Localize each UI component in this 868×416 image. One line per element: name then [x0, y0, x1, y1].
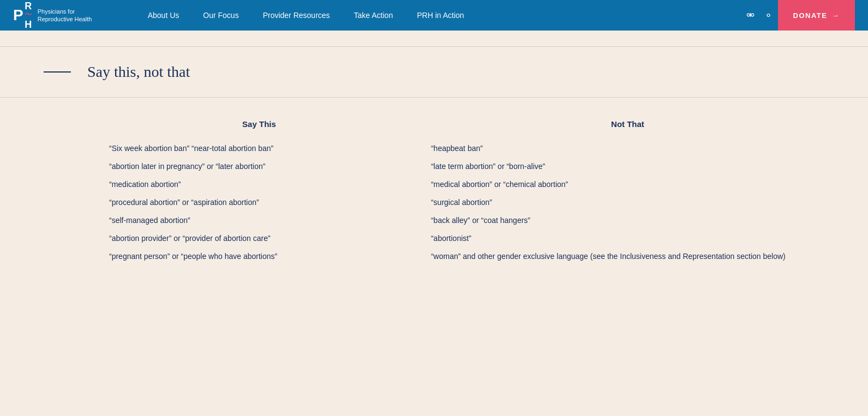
logo-squiggle: 〜 — [25, 10, 32, 20]
not-that-cell: “back alley” or “coat hangers” — [431, 212, 824, 230]
logo-mark: P R 〜 H — [13, 1, 32, 29]
table-row: “pregnant person” or “people who have ab… — [109, 248, 824, 266]
say-this-cell: “abortion provider” or “provider of abor… — [109, 230, 431, 248]
col-header-not: Not That — [431, 119, 824, 140]
terminology-table: Say This Not That “Six week abortion ban… — [109, 119, 824, 266]
table-row: “medication abortion”“medical abortion” … — [109, 176, 824, 194]
not-that-cell: “woman” and other gender exclusive langu… — [431, 248, 824, 266]
logo-h-letter: H — [25, 20, 32, 29]
site-header: P R 〜 H Physicians for Reproductive Heal… — [0, 0, 868, 31]
section-header: Say this, not that — [0, 47, 868, 98]
nav-take-action[interactable]: Take Action — [342, 0, 405, 31]
say-this-cell: “medication abortion” — [109, 176, 431, 194]
say-this-cell: “self-managed abortion” — [109, 212, 431, 230]
say-this-cell: “abortion later in pregnancy” or “later … — [109, 158, 431, 176]
nav-prh-in-action[interactable]: PRH in Action — [405, 0, 476, 31]
donate-label: DONATE — [793, 11, 828, 20]
nav-provider-resources[interactable]: Provider Resources — [251, 0, 342, 31]
logo-rh-letters: R 〜 H — [25, 1, 32, 29]
logo-p-letter: P — [13, 7, 23, 24]
search-icon[interactable]: ⚮ — [746, 9, 755, 21]
not-that-cell: “surgical abortion” — [431, 194, 824, 212]
table-row: “abortion later in pregnancy” or “later … — [109, 158, 824, 176]
not-that-cell: “heapbeat ban” — [431, 140, 824, 158]
top-spacer — [0, 31, 868, 47]
header-icons: ⚮ ⚬ — [746, 9, 773, 21]
logo[interactable]: P R 〜 H Physicians for Reproductive Heal… — [13, 1, 103, 29]
table-row: “abortion provider” or “provider of abor… — [109, 230, 824, 248]
say-this-cell: “Six week abortion ban” “near-total abor… — [109, 140, 431, 158]
not-that-cell: “abortionist” — [431, 230, 824, 248]
say-this-cell: “pregnant person” or “people who have ab… — [109, 248, 431, 266]
say-this-cell: “procedural abortion” or “aspiration abo… — [109, 194, 431, 212]
donate-button[interactable]: DONATE → — [778, 0, 855, 31]
say-this-not-that-section: Say This Not That “Six week abortion ban… — [0, 98, 868, 287]
dash-line — [44, 71, 71, 73]
logo-text: Physicians for Reproductive Health — [38, 8, 103, 23]
nav-about-us[interactable]: About Us — [136, 0, 191, 31]
user-icon[interactable]: ⚬ — [764, 9, 773, 21]
content-area: Say this, not that Say This Not That “Si… — [0, 31, 868, 320]
not-that-cell: “medical abortion” or “chemical abortion… — [431, 176, 824, 194]
nav-our-focus[interactable]: Our Focus — [191, 0, 250, 31]
table-row: “Six week abortion ban” “near-total abor… — [109, 140, 824, 158]
donate-arrow-icon: → — [832, 11, 840, 20]
main-nav: About Us Our Focus Provider Resources Ta… — [136, 0, 746, 31]
table-row: “procedural abortion” or “aspiration abo… — [109, 194, 824, 212]
not-that-cell: “late term abortion” or “born-alive” — [431, 158, 824, 176]
table-row: “self-managed abortion”“back alley” or “… — [109, 212, 824, 230]
col-header-say: Say This — [109, 119, 431, 140]
section-title: Say this, not that — [87, 63, 190, 81]
